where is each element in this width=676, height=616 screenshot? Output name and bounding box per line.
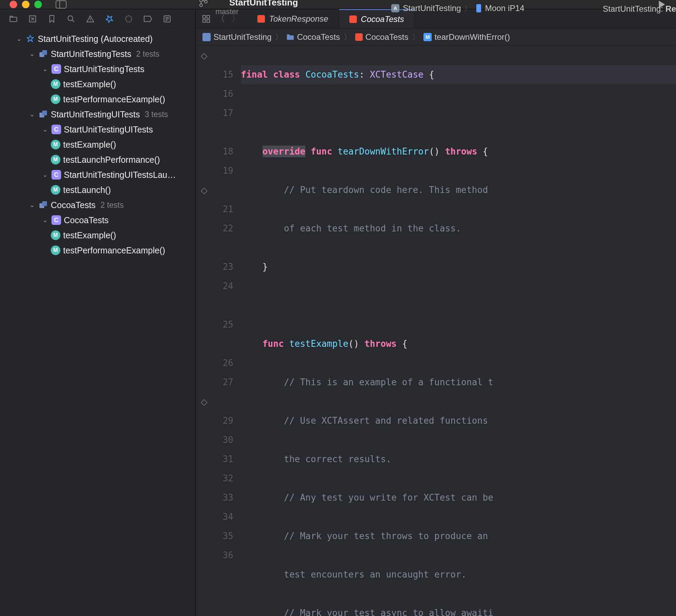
class-icon: C: [51, 64, 61, 74]
folder-icon: [287, 34, 294, 40]
svg-rect-26: [42, 201, 47, 206]
test-method-row[interactable]: M testPerformanceExample(): [0, 243, 195, 258]
test-tree: ⌄ StartUnitTesting (Autocreated) ⌄ Start…: [0, 28, 195, 616]
svg-rect-22: [42, 50, 47, 55]
svg-text:A: A: [394, 5, 397, 11]
code-content[interactable]: final class CocoaTests: XCTestCase { ove…: [237, 46, 676, 616]
svg-point-15: [90, 21, 91, 21]
chevron-right-icon: 〉: [343, 32, 352, 43]
class-icon: C: [51, 215, 61, 225]
svg-point-16: [126, 16, 132, 22]
method-icon: M: [51, 155, 60, 164]
disclosure-triangle-icon[interactable]: ⌄: [16, 35, 23, 43]
svg-rect-0: [56, 1, 66, 8]
disclosure-triangle-icon[interactable]: ⌄: [43, 171, 49, 179]
disclosure-triangle-icon[interactable]: ⌄: [43, 216, 49, 224]
disclosure-triangle-icon[interactable]: ⌄: [30, 111, 36, 118]
source-control-navigator-icon[interactable]: [28, 14, 37, 23]
test-method-row[interactable]: M testPerformanceExample(): [0, 92, 195, 107]
disclosure-triangle-icon[interactable]: ⌄: [43, 126, 49, 133]
run-test-diamond[interactable]: ◇: [196, 392, 213, 411]
method-icon: M: [51, 94, 60, 104]
project-icon: [202, 33, 211, 41]
zoom-window-button[interactable]: [34, 1, 42, 8]
run-test-diamond[interactable]: ◇: [196, 46, 213, 65]
navigator-sidebar: ⌄ StartUnitTesting (Autocreated) ⌄ Start…: [0, 9, 196, 616]
breakpoint-navigator-icon[interactable]: [143, 14, 152, 23]
bookmark-navigator-icon[interactable]: [47, 14, 56, 23]
iphone-icon: [476, 4, 481, 13]
method-icon: M: [51, 185, 60, 195]
run-test-diamond[interactable]: ◇: [196, 180, 213, 199]
jump-bar[interactable]: StartUnitTesting 〉 CocoaTests 〉 CocoaTes…: [196, 28, 676, 46]
method-icon: M: [51, 230, 60, 240]
test-class-row[interactable]: ⌄ C StartUnitTestingUITestsLau…: [0, 167, 195, 182]
test-plan-icon: [25, 34, 35, 44]
disclosure-triangle-icon[interactable]: ⌄: [43, 65, 49, 73]
branch-icon: [199, 0, 208, 7]
target-icon: [38, 49, 48, 59]
svg-rect-24: [42, 111, 47, 115]
test-target-row[interactable]: ⌄ CocoaTests 2 tests: [0, 197, 195, 213]
test-navigator-icon[interactable]: [105, 14, 114, 23]
sidebar-toggle-icon[interactable]: [56, 0, 67, 9]
method-icon: M: [51, 246, 60, 255]
method-icon: M: [51, 79, 60, 89]
svg-point-4: [205, 0, 207, 3]
project-name[interactable]: StartUnitTesting: [229, 0, 298, 8]
test-class-row[interactable]: ⌄ C CocoaTests: [0, 213, 195, 228]
debug-navigator-icon[interactable]: [124, 14, 133, 23]
class-icon: C: [51, 125, 61, 134]
close-window-button[interactable]: [10, 1, 17, 8]
line-number-gutter: 1516171819212223242526272930313233343536: [213, 46, 237, 616]
branch-name[interactable]: master: [215, 7, 298, 16]
disclosure-triangle-icon[interactable]: ⌄: [30, 201, 36, 209]
method-icon: M: [51, 140, 60, 149]
project-navigator-icon[interactable]: [9, 14, 18, 23]
test-method-row[interactable]: M testExample(): [0, 77, 195, 92]
svg-rect-7: [476, 4, 481, 12]
test-method-row[interactable]: M testExample(): [0, 228, 195, 243]
svg-rect-35: [287, 35, 294, 40]
titlebar: StartUnitTesting master A StartUnitTesti…: [0, 0, 676, 9]
class-icon: C: [51, 170, 61, 180]
report-navigator-icon[interactable]: [163, 14, 172, 23]
svg-line-13: [72, 20, 74, 22]
method-icon: M: [423, 33, 432, 41]
test-diamond-gutter: ◇ ◇ ◇: [196, 46, 213, 616]
svg-point-3: [200, 4, 202, 7]
test-method-row[interactable]: M testExample(): [0, 137, 195, 152]
disclosure-triangle-icon[interactable]: ⌄: [30, 50, 36, 58]
test-class-row[interactable]: ⌄ C StartUnitTestingUITests: [0, 122, 195, 137]
chevron-right-icon: 〉: [275, 32, 283, 43]
target-icon: [38, 200, 48, 210]
swift-file-icon: [349, 15, 357, 23]
test-target-row[interactable]: ⌄ StartUnitTestingTests 2 tests: [0, 46, 195, 61]
swift-file-icon: [355, 33, 363, 41]
find-navigator-icon[interactable]: [67, 14, 75, 23]
svg-point-12: [68, 16, 73, 21]
source-editor: 〈 〉 TokenResponse CocoaTests StartUnitTe…: [196, 9, 676, 616]
chevron-right-icon: 〉: [412, 32, 420, 43]
svg-point-2: [200, 0, 202, 2]
svg-rect-33: [203, 20, 206, 22]
test-target-row[interactable]: ⌄ StartUnitTestingUITests 3 tests: [0, 107, 195, 122]
test-plan-row[interactable]: ⌄ StartUnitTesting (Autocreated): [0, 31, 195, 46]
device-selector[interactable]: Moon iP14: [476, 3, 524, 13]
test-method-row[interactable]: M testLaunchPerformance(): [0, 152, 195, 167]
activity-status: StartUnitTesting: Re: [603, 4, 676, 14]
issue-navigator-icon[interactable]: [86, 14, 95, 23]
app-icon: A: [391, 4, 399, 12]
chevron-right-icon: 〉: [464, 4, 471, 13]
minimize-window-button[interactable]: [22, 1, 30, 8]
test-class-row[interactable]: ⌄ C StartUnitTestingTests: [0, 61, 195, 77]
test-method-row[interactable]: M testLaunch(): [0, 182, 195, 197]
scheme-selector[interactable]: A StartUnitTesting 〉: [391, 3, 471, 13]
svg-rect-8: [10, 17, 17, 22]
navigator-selector: [0, 9, 195, 28]
target-icon: [38, 110, 48, 119]
svg-rect-34: [207, 20, 210, 22]
